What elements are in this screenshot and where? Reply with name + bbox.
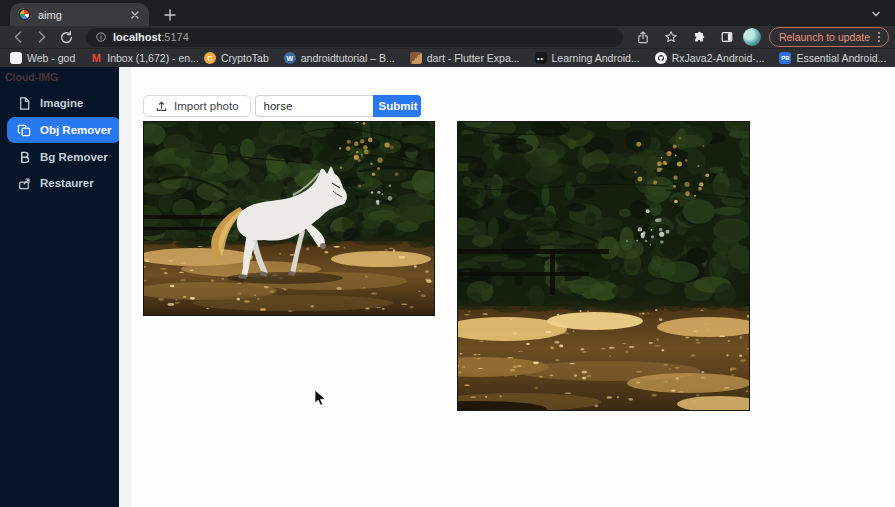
share-button[interactable]: [631, 27, 655, 47]
prompt-group: Submit: [255, 95, 421, 117]
bookmark-learning-android[interactable]: •• Learning Android...: [535, 52, 640, 64]
back-button[interactable]: [6, 27, 30, 47]
android-site-icon: ••: [535, 52, 547, 64]
main-content: Import photo Submit: [131, 67, 895, 507]
browser-menu-dots-icon[interactable]: [874, 31, 884, 43]
tab-close-icon[interactable]: [129, 9, 141, 21]
bookmark-androidtutorial[interactable]: W androidtutorial – B...: [284, 52, 395, 64]
bookmark-label: Inbox (1,672) - en...: [107, 52, 199, 64]
new-tab-button[interactable]: [160, 5, 180, 25]
bookmark-label: Web - god: [27, 52, 75, 64]
import-photo-button[interactable]: Import photo: [143, 95, 251, 117]
toolbar-right-cluster: Relaunch to update: [631, 27, 889, 47]
controls-row: Import photo Submit: [143, 95, 895, 117]
results-row: [143, 121, 895, 411]
browser-toolbar: localhost :5174 Relaunch to update: [0, 26, 895, 48]
bookmark-cryptotab[interactable]: C CryptoTab: [214, 52, 269, 64]
sidebar-item-imagine[interactable]: Imagine: [7, 91, 119, 115]
url-port: :5174: [161, 31, 189, 43]
side-panel-button[interactable]: [715, 27, 739, 47]
upload-icon: [155, 100, 168, 113]
bookmark-dart-flutter[interactable]: dart - Flutter Expa...: [410, 52, 520, 64]
web-page: Cloud-IMG Imagine Obj Remover Bg Remover…: [0, 67, 895, 507]
app-brand: Cloud-IMG: [0, 69, 119, 89]
bookmark-web-god[interactable]: Web - god: [10, 52, 75, 64]
bookmarks-bar: Web - god M Inbox (1,672) - en... C Cryp…: [0, 48, 895, 67]
prompt-input[interactable]: [255, 95, 373, 117]
bookmark-label: CryptoTab: [221, 52, 269, 64]
sidebar-item-bg-remover[interactable]: Bg Remover: [7, 145, 119, 169]
dart-icon: [410, 52, 422, 64]
tab-strip: aimg: [0, 0, 895, 26]
forward-button[interactable]: [30, 27, 54, 47]
restore-box-icon: [17, 176, 32, 191]
bold-b-icon: [17, 150, 32, 165]
url-host: localhost: [113, 31, 161, 43]
sidebar-item-label: Obj Remover: [40, 124, 112, 136]
content-scrollbar-gutter[interactable]: [119, 67, 131, 507]
submit-button[interactable]: Submit: [373, 95, 421, 117]
extensions-puzzle-button[interactable]: [687, 27, 711, 47]
sidebar-item-label: Restaurer: [40, 177, 94, 189]
relaunch-to-update-button[interactable]: Relaunch to update: [769, 27, 889, 47]
before-image-horse: [143, 121, 435, 316]
import-photo-label: Import photo: [174, 100, 239, 112]
bookmark-label: androidtutorial – B...: [301, 52, 395, 64]
sidebar-item-obj-remover[interactable]: Obj Remover: [7, 117, 121, 143]
app-sidebar: Cloud-IMG Imagine Obj Remover Bg Remover…: [0, 67, 119, 507]
pb-icon: PB: [779, 52, 791, 64]
tab-search-chevron-icon[interactable]: [867, 5, 885, 23]
bookmark-label: dart - Flutter Expa...: [427, 52, 520, 64]
file-icon: [17, 96, 32, 111]
bookmark-rxjava2[interactable]: RxJava2-Android-...: [655, 52, 765, 64]
profile-avatar[interactable]: [743, 28, 761, 46]
gmail-icon: M: [90, 52, 102, 64]
sidebar-item-restaurer[interactable]: Restaurer: [7, 171, 119, 195]
copy-layers-icon: [17, 123, 32, 138]
bookmark-label: Learning Android...: [552, 52, 640, 64]
wordpress-icon: W: [284, 52, 296, 64]
reload-button[interactable]: [54, 27, 78, 47]
github-icon: [655, 52, 667, 64]
address-bar[interactable]: localhost :5174: [86, 28, 623, 47]
cryptotab-icon: C: [204, 52, 216, 64]
bookmark-essential-android[interactable]: PB Essential Android...: [779, 52, 886, 64]
bookmark-star-button[interactable]: [659, 27, 683, 47]
browser-tab[interactable]: aimg: [10, 3, 149, 26]
sidebar-item-label: Imagine: [40, 97, 83, 109]
bookmark-favicon-icon: [10, 52, 22, 64]
relaunch-label: Relaunch to update: [779, 31, 870, 43]
bookmark-label: Essential Android...: [796, 52, 886, 64]
sidebar-item-label: Bg Remover: [40, 151, 108, 163]
bookmark-label: RxJava2-Android-...: [672, 52, 765, 64]
site-info-icon[interactable]: [95, 31, 107, 43]
tab-title: aimg: [38, 9, 129, 21]
site-favicon-icon: [18, 8, 31, 21]
bookmark-gmail-inbox[interactable]: M Inbox (1,672) - en...: [90, 52, 199, 64]
after-image-horse-removed: [457, 121, 750, 411]
